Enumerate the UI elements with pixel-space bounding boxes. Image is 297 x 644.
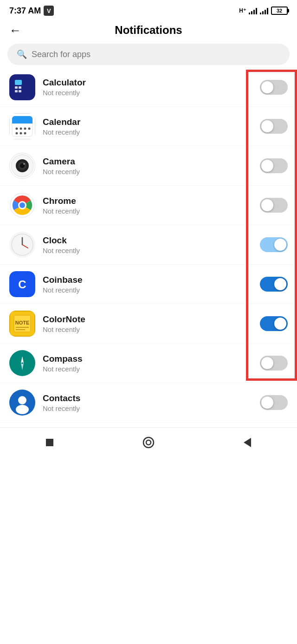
list-item[interactable]: Calculator Not recently: [0, 70, 297, 107]
calculator-icon: [9, 74, 35, 100]
clock-info: Clock Not recently: [43, 235, 260, 254]
bottom-nav: [0, 427, 297, 460]
calendar-icon: [9, 113, 35, 139]
colornote-subtitle: Not recently: [43, 325, 260, 333]
coinbase-icon-wrap: C: [9, 271, 35, 297]
calendar-info: Calendar Not recently: [43, 117, 260, 136]
coinbase-name: Coinbase: [43, 275, 260, 285]
svg-point-19: [23, 163, 25, 165]
svg-point-43: [143, 437, 154, 448]
contacts-name: Contacts: [43, 393, 260, 403]
svg-rect-4: [19, 90, 21, 92]
list-item[interactable]: Chrome Not recently: [0, 186, 297, 225]
svg-point-11: [28, 128, 31, 130]
calendar-name: Calendar: [43, 117, 260, 127]
clock-icon: [9, 232, 35, 258]
svg-text:C: C: [18, 278, 26, 291]
compass-info: Compass Not recently: [43, 354, 260, 373]
coinbase-info: Coinbase Not recently: [43, 275, 260, 294]
svg-point-40: [18, 396, 26, 404]
svg-point-10: [24, 128, 26, 130]
camera-toggle[interactable]: [260, 158, 288, 173]
calendar-icon-wrap: [9, 113, 35, 139]
svg-point-13: [20, 132, 22, 135]
svg-rect-2: [19, 86, 21, 89]
svg-point-8: [16, 128, 18, 130]
svg-rect-0: [15, 80, 22, 85]
calendar-subtitle: Not recently: [43, 128, 260, 136]
svg-rect-42: [46, 439, 53, 446]
contacts-icon: [9, 390, 35, 416]
list-item[interactable]: Clock Not recently: [0, 225, 297, 265]
calculator-icon-wrap: [9, 74, 35, 100]
signal-bars-1: [249, 7, 257, 14]
colornote-toggle[interactable]: [260, 316, 288, 331]
coinbase-toggle[interactable]: [260, 277, 288, 292]
v-icon: V: [44, 6, 54, 16]
colornote-name: ColorNote: [43, 314, 260, 325]
clock-name: Clock: [43, 235, 260, 246]
status-bar: 7:37 AM V H⁺ 32: [0, 0, 297, 20]
camera-name: Camera: [43, 156, 260, 167]
status-right: H⁺ 32: [239, 7, 288, 15]
list-item[interactable]: C Coinbase Not recently: [0, 265, 297, 304]
calculator-name: Calculator: [43, 78, 260, 88]
svg-point-36: [11, 351, 34, 375]
chrome-icon-wrap: [9, 192, 35, 218]
coinbase-subtitle: Not recently: [43, 286, 260, 294]
svg-marker-45: [244, 438, 251, 447]
svg-text:NOTE: NOTE: [15, 320, 30, 325]
svg-point-44: [146, 440, 151, 445]
svg-rect-7: [12, 121, 32, 124]
chrome-subtitle: Not recently: [43, 207, 260, 215]
contacts-subtitle: Not recently: [43, 404, 260, 412]
contacts-info: Contacts Not recently: [43, 393, 260, 412]
status-time: 7:37 AM V: [9, 6, 54, 16]
camera-icon: [9, 153, 35, 179]
time-text: 7:37 AM: [9, 6, 41, 16]
compass-subtitle: Not recently: [43, 365, 260, 373]
nav-stop-button[interactable]: [41, 434, 58, 451]
calculator-toggle[interactable]: [260, 80, 288, 95]
app-list: Calculator Not recently: [0, 70, 297, 423]
colornote-info: ColorNote Not recently: [43, 314, 260, 333]
nav-home-button[interactable]: [140, 434, 157, 451]
compass-icon-wrap: [9, 350, 35, 376]
clock-icon-wrap: [9, 232, 35, 258]
contacts-icon-wrap: [9, 390, 35, 416]
list-item[interactable]: NOTE ColorNote Not recently: [0, 304, 297, 344]
svg-point-25: [19, 202, 25, 208]
compass-toggle[interactable]: [260, 356, 288, 371]
search-input[interactable]: [32, 50, 280, 59]
signal-h-icon: H⁺: [239, 7, 246, 14]
calculator-subtitle: Not recently: [43, 89, 260, 97]
compass-icon: [9, 350, 35, 376]
page-title: Notifications: [115, 24, 182, 37]
svg-point-9: [20, 128, 22, 130]
nav-back-button[interactable]: [239, 434, 256, 451]
calculator-info: Calculator Not recently: [43, 78, 260, 97]
list-item[interactable]: Calendar Not recently: [0, 107, 297, 146]
camera-subtitle: Not recently: [43, 168, 260, 176]
coinbase-icon: C: [9, 271, 35, 297]
chrome-name: Chrome: [43, 196, 260, 206]
svg-point-12: [16, 132, 18, 135]
compass-name: Compass: [43, 354, 260, 364]
search-bar[interactable]: 🔍: [7, 44, 290, 65]
header: ← Notifications: [0, 20, 297, 44]
clock-subtitle: Not recently: [43, 247, 260, 254]
svg-point-41: [16, 405, 29, 414]
back-button[interactable]: ←: [9, 24, 21, 36]
clock-toggle[interactable]: [260, 237, 288, 252]
chrome-toggle[interactable]: [260, 198, 288, 213]
list-item[interactable]: Camera Not recently: [0, 146, 297, 186]
colornote-icon-wrap: NOTE: [9, 311, 35, 337]
signal-bars-2: [260, 7, 268, 14]
calendar-toggle[interactable]: [260, 119, 288, 134]
camera-info: Camera Not recently: [43, 156, 260, 176]
contacts-toggle[interactable]: [260, 395, 288, 410]
list-item[interactable]: Contacts Not recently: [0, 383, 297, 423]
list-item[interactable]: Compass Not recently: [0, 344, 297, 383]
svg-rect-3: [15, 90, 18, 92]
search-icon: 🔍: [17, 49, 27, 59]
